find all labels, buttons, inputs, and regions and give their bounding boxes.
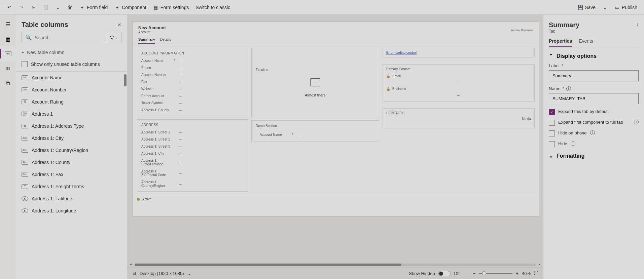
zoom-out-button[interactable]: − [473,271,476,276]
components-rail-item[interactable]: ▦ [0,32,16,46]
form-row[interactable]: Account Number--- [141,71,244,78]
form-tab[interactable]: Summary [138,37,155,44]
form-row[interactable]: Parent Account--- [141,92,244,99]
hide-on-phone-checkbox[interactable]: Hide on phone i [549,130,639,136]
info-icon[interactable]: i [571,141,575,146]
table-column-item[interactable]: ☰Address 1: Address Type [16,120,127,132]
table-column-item[interactable]: AbcAccount Number [16,84,127,96]
scrollbar-thumb[interactable] [124,74,127,86]
expand-first-checkbox[interactable]: Expand first component to full tab i [549,120,639,126]
form-row[interactable]: Address 1: Street 2--- [141,136,244,143]
column-label: Address 1: City [32,135,64,141]
undo-button[interactable]: ↶ [3,3,15,12]
label-input[interactable] [549,70,639,81]
display-options-title: Display options [557,53,597,59]
add-form-field-button[interactable]: +Form field [76,3,111,12]
scroll-left-icon[interactable]: ◂ [130,262,132,266]
new-table-column-button[interactable]: + New table column [16,46,127,58]
scroll-right-icon[interactable]: ▸ [539,262,540,266]
cut-button[interactable]: ✂ [28,3,40,12]
field-value: --- [179,182,182,186]
search-input[interactable] [35,35,100,40]
form-row[interactable]: Address 1: County--- [141,107,244,114]
form-title: New Account [138,25,166,30]
zoom-in-button[interactable]: + [516,271,518,276]
show-unused-toggle[interactable]: Show only unused table columns [16,58,127,71]
account-info-section[interactable]: ACCOUNT INFORMATION Account Name*---Phon… [137,48,248,116]
quickview-error[interactable]: Error loading control [383,48,535,57]
plus-icon: + [79,5,85,10]
expand-default-checkbox[interactable]: ✓ Expand this tab by default [549,109,639,115]
undo-icon: ↶ [7,5,12,10]
info-icon[interactable]: i [566,86,571,91]
switch-classic-button[interactable]: Switch to classic [192,3,234,12]
field-label: Address 1: Street 1 [141,130,172,134]
table-column-item[interactable]: AbcAddress 1: Fax [16,168,127,181]
form-row[interactable]: Address 1: City--- [141,150,244,157]
form-row[interactable]: Fax--- [141,78,244,85]
info-icon[interactable]: i [634,120,639,124]
publish-button[interactable]: ▭Publish [611,3,641,12]
zoom-slider[interactable] [479,273,512,274]
fields-rail-item[interactable]: Abc [0,46,16,61]
form-row[interactable]: Ticker Symbol--- [141,99,244,107]
name-input[interactable] [549,93,639,104]
form-tab[interactable]: Details [160,37,171,44]
form-row[interactable]: Account Name * --- [256,131,375,138]
search-input-wrapper[interactable]: 🔍 [22,32,104,43]
form-surface[interactable]: New Account Account --- Annual Revenue S… [133,22,539,216]
table-column-item[interactable]: AbcAddress 1: City [16,132,127,144]
demo-section[interactable]: Demo Section Account Name * --- [251,120,379,142]
show-hidden-toggle[interactable] [438,271,451,276]
horizontal-scrollbar[interactable]: ◂ ▸ [130,262,540,268]
primary-contact-card[interactable]: Primary Contact 🔒Email --- 🔒Business --- [383,64,535,102]
close-panel-button[interactable]: ✕ [117,22,121,28]
form-row[interactable]: Address 1: Country/Region--- [141,178,244,189]
scrollbar-thumb[interactable] [135,264,401,266]
filter-button[interactable]: ▽ ⌄ [106,32,121,43]
add-component-button[interactable]: +Component [111,3,149,12]
error-link[interactable]: Error loading control [386,51,417,54]
form-row[interactable]: Address 1: ZIP/Postal Code--- [141,168,244,178]
info-icon[interactable]: i [590,130,595,135]
chevron-right-icon[interactable]: › [637,21,639,28]
chevron-down-icon[interactable]: ⌄ [187,271,191,276]
delete-button[interactable]: 🗑 [64,3,76,12]
canvas-status-bar: 🖥 Desktop (1920 x 1080) ⌄ Show Hidden Of… [127,268,543,279]
device-label[interactable]: Desktop (1920 x 1080) [140,271,184,276]
form-row[interactable]: Address 1: Street 1--- [141,129,244,136]
table-column-item[interactable]: ◐Address 1: Latitude [16,193,127,205]
table-column-item[interactable]: AbcAddress 1: County [16,156,127,168]
tree-rail-item[interactable]: ≋ [0,61,16,76]
form-settings-button[interactable]: ▦Form settings [150,3,192,12]
form-row[interactable]: Address 1: State/Province--- [141,157,244,168]
form-row[interactable]: Phone--- [141,64,244,71]
table-column-item[interactable]: ☰Account Rating [16,96,127,108]
table-column-item[interactable]: AbcAddress 1: Country/Region [16,144,127,156]
hamburger-toggle[interactable]: ☰ [0,17,16,32]
table-column-item[interactable]: AbcdefAddress 1 [16,108,127,120]
save-button[interactable]: 💾Save [574,3,599,12]
form-row[interactable]: Account Name*--- [141,57,244,64]
hide-checkbox[interactable]: Hide i [549,141,639,147]
paste-button[interactable]: 📋 [40,3,52,12]
form-row[interactable]: Address 1: Street 3--- [141,143,244,150]
libraries-rail-item[interactable]: ⧉ [0,76,16,91]
table-column-item[interactable]: ◐Address 1: Longitude [16,205,127,217]
table-column-item[interactable]: ☰Address 1: Freight Terms [16,181,127,193]
table-column-item[interactable]: AbcAccount Name [16,72,127,84]
tab-properties[interactable]: Properties [549,38,572,47]
paste-menu-chevron[interactable]: ⌄ [52,3,64,12]
tab-events[interactable]: Events [579,38,593,47]
table-columns-list[interactable]: AbcAccount NameAbcAccount Number☰Account… [16,71,127,279]
form-row[interactable]: Website--- [141,85,244,92]
contacts-card[interactable]: CONTACTS No da [383,108,535,128]
timeline-section[interactable]: Timeline ⋯ Almost there [251,48,379,117]
address-section[interactable]: ADDRESS Address 1: Street 1---Address 1:… [137,119,248,192]
save-menu-chevron[interactable]: ⌄ [599,3,611,12]
redo-button[interactable]: ↷ [15,3,28,12]
formatting-header[interactable]: ⌄ Formatting [549,153,639,159]
fit-to-screen-button[interactable]: ⛶ [534,271,538,276]
display-options-header[interactable]: ⌃ Display options [549,53,639,59]
checkbox-icon [549,120,555,126]
